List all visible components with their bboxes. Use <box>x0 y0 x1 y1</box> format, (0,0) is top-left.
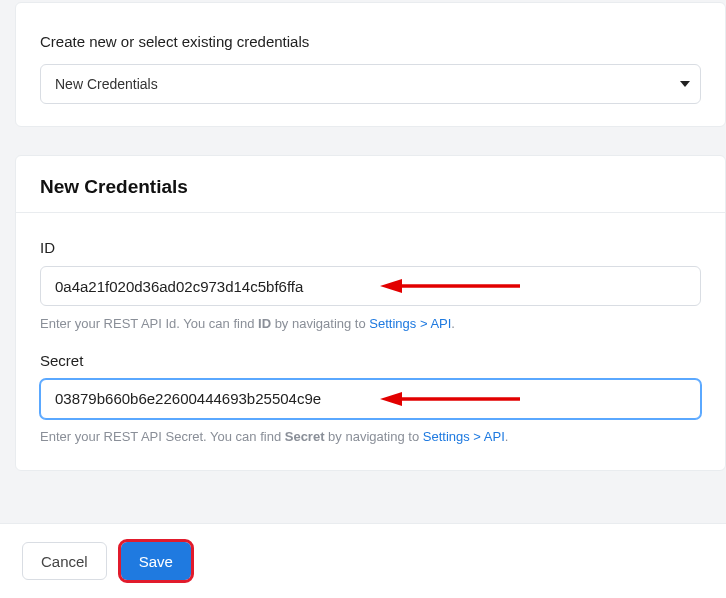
footer-bar: Cancel Save <box>0 523 726 598</box>
save-button[interactable]: Save <box>121 542 191 580</box>
credentials-dropdown[interactable]: New Credentials <box>40 64 701 104</box>
chevron-down-icon <box>680 81 690 87</box>
id-field-wrap <box>40 266 701 306</box>
credentials-select-label: Create new or select existing credential… <box>40 33 701 50</box>
secret-label: Secret <box>40 352 701 369</box>
credentials-dropdown-value: New Credentials <box>55 76 158 92</box>
secret-hint-suffix: . <box>505 429 509 444</box>
secret-hint-bold: Secret <box>285 429 325 444</box>
id-hint: Enter your REST API Id. You can find ID … <box>40 314 701 334</box>
cancel-button[interactable]: Cancel <box>22 542 107 580</box>
secret-hint-link[interactable]: Settings > API <box>423 429 505 444</box>
secret-field-wrap <box>40 379 701 419</box>
id-label: ID <box>40 239 701 256</box>
secret-hint-middle: by navigating to <box>324 429 422 444</box>
id-hint-suffix: . <box>451 316 455 331</box>
secret-input[interactable] <box>40 379 701 419</box>
secret-hint-prefix: Enter your REST API Secret. You can find <box>40 429 285 444</box>
id-input[interactable] <box>40 266 701 306</box>
secret-hint: Enter your REST API Secret. You can find… <box>40 427 701 447</box>
id-hint-bold: ID <box>258 316 271 331</box>
id-hint-middle: by navigating to <box>271 316 369 331</box>
credentials-select-card: Create new or select existing credential… <box>15 2 726 127</box>
id-hint-link[interactable]: Settings > API <box>369 316 451 331</box>
card-title: New Credentials <box>40 176 701 198</box>
card-header: New Credentials <box>16 156 725 213</box>
new-credentials-card: New Credentials ID Enter your REST API I… <box>15 155 726 471</box>
id-hint-prefix: Enter your REST API Id. You can find <box>40 316 258 331</box>
